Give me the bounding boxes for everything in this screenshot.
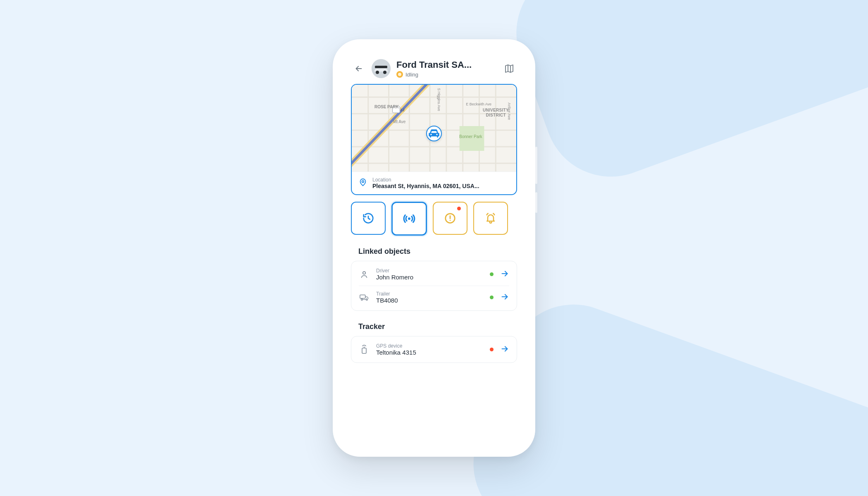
vehicle-avatar [372, 59, 391, 78]
phone-frame: Ford Transit SA... Idling [333, 39, 535, 457]
map-preview[interactable]: ROSE PARK Mt Ave Bonner Park UNIVERSITY … [352, 85, 516, 172]
history-button[interactable] [351, 202, 386, 235]
map-label-mtave: Mt Ave [393, 119, 405, 124]
trailer-open-arrow[interactable] [500, 292, 509, 303]
driver-status-led [490, 272, 494, 276]
header: Ford Transit SA... Idling [351, 57, 517, 84]
driver-open-arrow[interactable] [500, 269, 509, 280]
map-label-higgins: S Higgins Ave [437, 88, 441, 111]
tracker-card: GPS device Teltonika 4315 [351, 336, 517, 363]
map-label-univ2: DISTRICT [486, 113, 506, 117]
trailer-label: Trailer [376, 291, 483, 297]
svg-point-22 [362, 181, 364, 183]
map-label-univ1: UNIVERSITY [483, 108, 509, 112]
vehicle-pin[interactable] [426, 126, 442, 141]
map-label-beckwith: E Beckwith Ave [466, 102, 491, 106]
live-button[interactable] [391, 202, 427, 236]
location-label: Location [372, 177, 510, 183]
svg-point-23 [408, 217, 410, 220]
arrow-right-icon [500, 269, 509, 278]
svg-point-2 [376, 71, 379, 74]
notifications-button[interactable] [473, 202, 508, 235]
broadcast-icon [403, 212, 416, 225]
bell-icon [485, 212, 496, 224]
car-icon [427, 126, 441, 141]
phone-screen: Ford Transit SA... Idling [342, 48, 526, 448]
svg-rect-30 [362, 348, 366, 353]
svg-rect-1 [375, 66, 387, 68]
tracker-status-led [490, 348, 494, 351]
svg-point-3 [383, 71, 386, 74]
vehicle-status-text: Idling [405, 72, 418, 78]
trailer-value: TB4080 [376, 297, 483, 304]
driver-label: Driver [376, 268, 483, 274]
alerts-badge [457, 207, 461, 210]
map-card: ROSE PARK Mt Ave Bonner Park UNIVERSITY … [351, 84, 517, 195]
back-button[interactable] [352, 62, 366, 76]
driver-value: John Romero [376, 274, 483, 281]
device-icon [359, 345, 370, 355]
linked-row-driver[interactable]: Driver John Romero [359, 263, 509, 286]
page-title: Ford Transit SA... [396, 60, 496, 70]
tracker-title: Tracker [358, 322, 515, 331]
map-label-rosepark: ROSE PARK [374, 105, 399, 109]
svg-rect-27 [360, 295, 365, 298]
linked-objects-title: Linked objects [358, 247, 515, 256]
tracker-open-arrow[interactable] [500, 344, 509, 355]
person-icon [359, 270, 370, 279]
location-pin-icon [358, 178, 367, 188]
action-row [351, 202, 517, 236]
open-map-button[interactable] [502, 62, 516, 76]
linked-row-trailer[interactable]: Trailer TB4080 [359, 286, 509, 309]
trailer-icon [359, 293, 370, 302]
bg-decoration-top [498, 0, 868, 195]
map-label-shield: 12 [401, 108, 405, 112]
alerts-button[interactable] [433, 202, 467, 235]
trailer-status-led [490, 296, 494, 299]
tracker-value: Teltonika 4315 [376, 349, 483, 356]
svg-point-25 [450, 220, 451, 221]
location-value: Pleasant St, Hyannis, MA 02601, USA... [372, 183, 501, 189]
tracker-label: GPS device [376, 343, 483, 349]
arrow-left-icon [354, 64, 363, 73]
vehicle-status: Idling [396, 71, 496, 78]
tracker-row[interactable]: GPS device Teltonika 4315 [359, 338, 509, 361]
history-icon [362, 212, 374, 224]
alert-icon [444, 212, 456, 224]
map-label-bonner: Bonner Park [459, 134, 482, 139]
idling-icon [396, 71, 403, 78]
svg-point-26 [363, 272, 365, 274]
arrow-right-icon [500, 344, 509, 353]
arrow-right-icon [500, 292, 509, 301]
location-row[interactable]: Location Pleasant St, Hyannis, MA 02601,… [352, 172, 516, 194]
map-label-arthur: Arthur Ave [507, 103, 511, 120]
linked-objects-card: Driver John Romero Trailer TB4080 [351, 261, 517, 311]
map-icon [504, 64, 514, 74]
